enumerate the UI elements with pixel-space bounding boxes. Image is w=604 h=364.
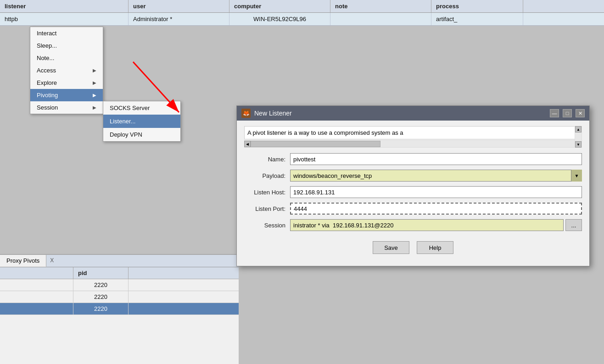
session-browse-btn[interactable]: ... — [565, 219, 582, 231]
col-computer: computer — [229, 0, 330, 12]
panel-row-3[interactable]: 2220 — [0, 303, 239, 315]
submenu-deploy-vpn[interactable]: Deploy VPN — [103, 128, 180, 141]
session-row: Session ... — [244, 219, 582, 231]
table-row[interactable]: httpb Administrator * WIN-ER5L92C9L96 ar… — [0, 13, 604, 26]
panel-cell-3-1 — [0, 303, 73, 314]
dialog-close-btn[interactable]: ✕ — [576, 109, 585, 117]
payload-label: Payload: — [244, 172, 290, 179]
dialog-footer: Save Help — [244, 236, 582, 260]
scrollbar-track — [575, 132, 582, 141]
listen-port-label: Listen Port: — [244, 205, 290, 212]
panel-cell-1-2: 2220 — [73, 279, 129, 291]
payload-select[interactable]: windows/beacon_reverse_tcp — [290, 170, 582, 182]
panel-tabs: Proxy Pivots X — [0, 255, 239, 267]
listen-port-row: Listen Port: — [244, 203, 582, 215]
scrollbar-thumb — [251, 141, 380, 147]
menu-access[interactable]: Access ▶ — [30, 64, 103, 77]
cell-note — [330, 13, 431, 25]
dialog-icon: 🦊 — [241, 109, 251, 118]
name-field-row: Name: — [244, 153, 582, 165]
panel-cell-2-2: 2220 — [73, 291, 129, 303]
panel-row-2[interactable]: 2220 — [0, 291, 239, 303]
context-menu: Interact Sleep... Note... Access ▶ Explo… — [30, 27, 103, 114]
listen-port-input[interactable] — [290, 203, 582, 215]
menu-session[interactable]: Session ▶ — [30, 101, 103, 114]
dialog-controls: — □ ✕ — [550, 109, 585, 117]
menu-pivoting-arrow: ▶ — [93, 93, 96, 98]
menu-interact[interactable]: Interact — [30, 27, 103, 39]
bottom-panel: Proxy Pivots X pid 2220 2220 2220 — [0, 254, 239, 364]
menu-explore-arrow: ▶ — [93, 80, 96, 85]
panel-close-btn[interactable]: X — [46, 255, 57, 267]
col-listener: listener — [0, 0, 129, 12]
listen-host-row: Listen Host: — [244, 186, 582, 198]
payload-select-wrap: windows/beacon_reverse_tcp ▼ — [290, 170, 582, 182]
dialog-minimize-btn[interactable]: — — [550, 109, 559, 117]
menu-session-arrow: ▶ — [93, 105, 96, 110]
scrollbar-up-btn[interactable]: ▲ — [575, 126, 582, 132]
scrollbar-htrack — [251, 141, 576, 147]
menu-explore[interactable]: Explore ▶ — [30, 77, 103, 89]
name-label: Name: — [244, 156, 290, 163]
col-user: user — [129, 0, 229, 12]
name-input[interactable] — [290, 153, 582, 165]
cell-process: artifact_ — [431, 13, 523, 25]
cell-listener: httpb — [0, 13, 129, 25]
dialog-content: A pivot listener is a way to use a compr… — [237, 121, 589, 266]
listen-host-label: Listen Host: — [244, 189, 290, 196]
panel-col2-header: pid — [73, 267, 129, 279]
menu-access-arrow: ▶ — [93, 68, 96, 73]
panel-cell-1-1 — [0, 279, 73, 291]
col-process: process — [431, 0, 523, 12]
session-input[interactable] — [290, 219, 564, 231]
table-header: listener user computer note process — [0, 0, 604, 13]
dialog-maximize-btn[interactable]: □ — [563, 109, 572, 117]
save-button[interactable]: Save — [373, 241, 409, 254]
panel-row-1[interactable]: 2220 — [0, 279, 239, 291]
panel-cell-2-1 — [0, 291, 73, 303]
dialog-description: A pivot listener is a way to use a compr… — [244, 126, 582, 139]
session-input-wrap — [290, 219, 564, 231]
panel-col1-header — [0, 267, 73, 279]
scrollbar-down-btn[interactable]: ▼ — [575, 141, 582, 148]
menu-note[interactable]: Note... — [30, 52, 103, 64]
submenu-socks-server[interactable]: SOCKS Server — [103, 101, 180, 115]
dialog-new-listener: 🦊 New Listener — □ ✕ A pivot listener is… — [236, 105, 590, 266]
dialog-title: 🦊 New Listener — [241, 109, 292, 118]
cell-user: Administrator * — [129, 13, 229, 25]
help-button[interactable]: Help — [417, 241, 453, 254]
menu-pivoting[interactable]: Pivoting ▶ — [30, 89, 103, 101]
listen-host-input[interactable] — [290, 186, 582, 198]
col-note: note — [330, 0, 431, 12]
panel-cell-3-2: 2220 — [73, 303, 129, 314]
submenu-pivoting: SOCKS Server Listener... Deploy VPN — [103, 101, 181, 142]
submenu-listener[interactable]: Listener... — [103, 115, 180, 128]
session-label: Session — [244, 222, 290, 229]
cell-computer: WIN-ER5L92C9L96 — [229, 13, 330, 25]
panel-tab-proxy-pivots[interactable]: Proxy Pivots — [0, 255, 46, 267]
menu-sleep[interactable]: Sleep... — [30, 39, 103, 52]
scrollbar-left-btn[interactable]: ◀ — [244, 141, 251, 147]
panel-table-header: pid — [0, 267, 239, 279]
main-table: listener user computer note process http… — [0, 0, 604, 26]
dialog-titlebar: 🦊 New Listener — □ ✕ — [237, 106, 589, 121]
payload-field-row: Payload: windows/beacon_reverse_tcp ▼ — [244, 170, 582, 182]
